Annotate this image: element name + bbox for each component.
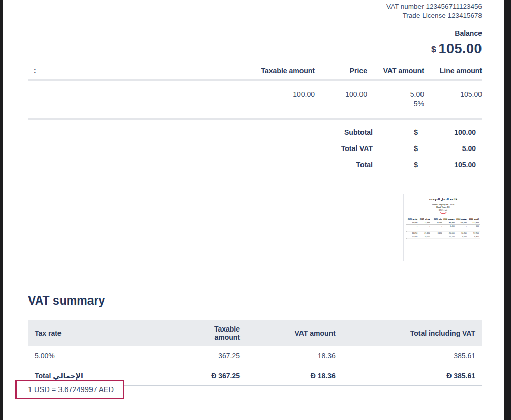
- attachment-mini-table-cell: -: [406, 229, 418, 231]
- attachment-mini-table-cell: 150,250: [456, 222, 468, 224]
- attachment-mini-table-row: مارس 2025فبراير 2025يناير 2025ديسمبر 202…: [406, 217, 480, 221]
- attachment-mini-table-cell: مارس 2025: [406, 218, 418, 220]
- vat-summary-header-row: Tax rate Taxable amount VAT amount Total…: [28, 320, 482, 346]
- line-items-table: : Taxable amount Price VAT amount Line a…: [28, 67, 482, 120]
- attachment-mini-table-cell: -: [456, 229, 468, 231]
- attachment-mini-table-row: 10,50017,25025,25083,400150,250173,250: [406, 221, 480, 225]
- vat-total-vat-amount: Ð 18.36: [246, 366, 342, 386]
- vat-col-taxable-amount: Taxable amount: [181, 320, 246, 346]
- vat-row-vat-amount: 18.36: [246, 346, 342, 366]
- item-vat-rate: 5%: [367, 100, 424, 108]
- attachment-mini-table-cell: 74,850: [456, 232, 468, 234]
- item-vat-amount: 5.00 5%: [367, 90, 424, 108]
- window-frame-right: [504, 0, 511, 420]
- attachment-mini-table-cell: 17,250: [418, 222, 431, 224]
- attachment-mini-table-cell: 10,500: [406, 222, 418, 224]
- attachment-mini-table-cell: 83,400: [443, 222, 455, 224]
- attachment-mini-table-cell: -: [468, 229, 480, 231]
- line-item-row: 100.00 100.00 5.00 5% 105.00: [28, 81, 482, 108]
- attachment-mini-table-cell: 34,550: [418, 236, 431, 238]
- item-taxable-amount: 100.00: [238, 90, 315, 108]
- attachment-mini-table-cell: -: [418, 229, 431, 231]
- attachment-mini-table-row: ---1,400-500: [406, 225, 480, 228]
- invoice-document: VAT number 123456711123456 Trade License…: [0, 0, 511, 420]
- attachment-company: Demo Company SA - 1016 Black Tower CO: [406, 204, 480, 208]
- attachment-mini-table-cell: نوفمبر 2024: [456, 218, 468, 220]
- red-circle-annotation-icon: [439, 211, 447, 215]
- attachment-mini-table-cell: 6,300: [468, 236, 480, 238]
- item-description: [28, 90, 238, 108]
- vat-row-total-including-vat: 385.61: [342, 346, 482, 366]
- attachment-mini-table-cell: فبراير 2025: [418, 218, 431, 220]
- attachment-mini-table-cell: 3,250: [431, 232, 443, 234]
- vat-col-total-including-vat: Total including VAT: [342, 320, 482, 346]
- balance-label: Balance: [386, 29, 482, 37]
- exchange-rate-highlight[interactable]: 1 USD = 3.67249997 AED: [15, 380, 124, 399]
- attachment-mini-table-cell: -: [406, 225, 418, 227]
- attachment-mini-table-cell: 25,250: [443, 236, 455, 238]
- vat-number: VAT number 123456711123456: [386, 2, 482, 11]
- total-vat-row: Total VAT $ 5.00: [28, 140, 476, 157]
- attachment-thumbnail[interactable]: قائمة الدخل الموحدة Demo Company SA - 10…: [403, 194, 482, 261]
- vat-col-vat-amount: VAT amount: [246, 320, 342, 346]
- attachment-mini-table-cell: 24,250: [406, 232, 418, 234]
- vat-summary-title: VAT summary: [28, 294, 105, 308]
- vat-col-tax-rate: Tax rate: [28, 320, 181, 346]
- attachment-mini-table-cell: -: [431, 236, 443, 238]
- attachment-mini-table-cell: 57,950: [468, 232, 480, 234]
- attachment-mini-table-cell: -: [418, 225, 431, 227]
- vat-total-including-vat: Ð 385.61: [342, 366, 482, 386]
- col-header-taxable-amount: Taxable amount: [238, 67, 315, 75]
- vat-summary-row: 5.00% 367.25 18.36 385.61: [28, 346, 482, 366]
- attachment-mini-table-cell: 9,450: [456, 236, 468, 238]
- exchange-rate-text: 1 USD = 3.67249997 AED: [28, 385, 114, 394]
- row-separator: [28, 118, 482, 120]
- attachment-mini-table-row: 10,90034,550-25,2509,4506,300: [406, 235, 480, 239]
- attachment-mini-table-cell: ديسمبر 2024: [443, 218, 455, 220]
- col-header-vat-amount: VAT amount: [367, 67, 424, 75]
- attachment-mini-table-cell: 500: [468, 225, 480, 227]
- trade-license: Trade License 123415678: [386, 11, 482, 20]
- total-row: Total $ 105.00: [28, 157, 476, 173]
- window-frame-left: [0, 0, 3, 420]
- col-header-price: Price: [315, 67, 367, 75]
- item-price: 100.00: [315, 90, 367, 108]
- totals-block: Subtotal $ 100.00 Total VAT $ 5.00 Total…: [28, 124, 476, 173]
- attachment-mini-table-cell: 173,250: [468, 222, 480, 224]
- vat-total-taxable-amount: Ð 367.25: [181, 366, 246, 386]
- attachment-company-line2: Black Tower CO: [406, 206, 480, 208]
- attachment-thumbnail-content: قائمة الدخل الموحدة Demo Company SA - 10…: [404, 194, 482, 261]
- subtotal-currency: $: [373, 128, 418, 136]
- subtotal-row: Subtotal $ 100.00: [28, 124, 476, 140]
- total-label: Total: [28, 161, 373, 169]
- attachment-mini-table-cell: 10,900: [406, 236, 418, 238]
- balance-currency: $: [431, 45, 436, 54]
- total-value: 105.00: [418, 161, 476, 169]
- total-vat-currency: $: [373, 144, 418, 153]
- line-items-header-row: : Taxable amount Price VAT amount Line a…: [28, 67, 482, 75]
- item-vat-value: 5.00: [410, 90, 424, 98]
- attachment-title: قائمة الدخل الموحدة: [406, 198, 480, 201]
- invoice-header: VAT number 123456711123456 Trade License…: [386, 2, 482, 57]
- vat-row-taxable-amount: 367.25: [181, 346, 246, 366]
- attachment-mini-table-cell: 21,250: [418, 232, 431, 234]
- attachment-mini-table-cell: -: [443, 229, 455, 231]
- attachment-mini-table-cell: يناير 2025: [431, 218, 443, 220]
- attachment-mini-table-row: 24,25021,2503,25020,00074,85057,950: [406, 232, 480, 235]
- attachment-mini-table-cell: 25,250: [431, 222, 443, 224]
- attachment-mini-table-cell: -: [431, 225, 443, 227]
- attachment-mini-table: مارس 2025فبراير 2025يناير 2025ديسمبر 202…: [406, 217, 480, 239]
- attachment-mini-table-cell: 1,400: [443, 225, 455, 227]
- attachment-mini-table-cell: أكتوبر 2024: [468, 218, 480, 220]
- col-header-line-amount: Line amount: [424, 67, 482, 75]
- subtotal-value: 100.00: [418, 128, 476, 136]
- subtotal-label: Subtotal: [28, 128, 373, 136]
- attachment-subline: (AED) شهري: [406, 209, 480, 211]
- total-currency: $: [373, 161, 418, 169]
- total-vat-label: Total VAT: [28, 144, 373, 153]
- balance-value: 105.00: [438, 41, 482, 56]
- balance-amount: $105.00: [386, 41, 482, 57]
- attachment-mini-table-cell: -: [431, 229, 443, 231]
- attachment-mini-table-row: ------: [406, 228, 480, 232]
- attachment-mini-table-cell: -: [456, 225, 468, 227]
